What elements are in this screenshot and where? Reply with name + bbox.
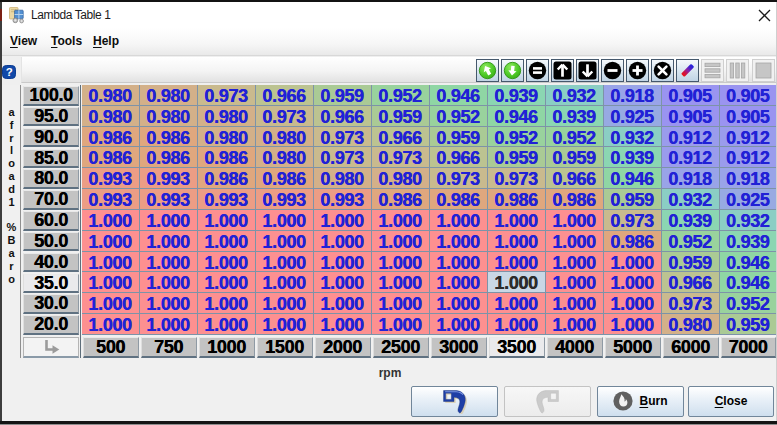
svg-text:?: ? — [6, 66, 13, 78]
